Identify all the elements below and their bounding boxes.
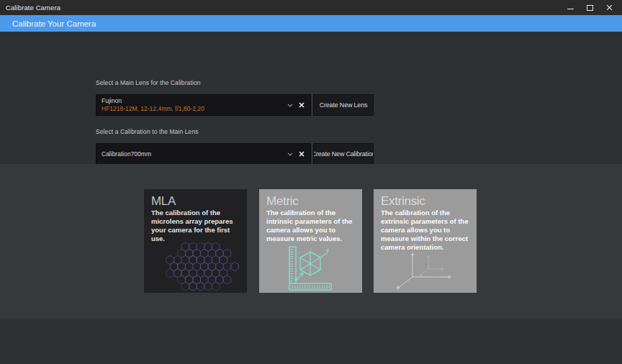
lens-selected-name: Fujinon: [102, 97, 281, 105]
create-new-calibration-button[interactable]: Create New Calibration: [313, 143, 374, 165]
titlebar: Calibrate Camera: [0, 0, 622, 15]
card-description: The calibration of the extrinsic paramet…: [381, 209, 469, 252]
card-description: The calibration of the intrinsic paramet…: [266, 209, 354, 243]
card-title: Metric: [266, 194, 355, 208]
card-title: MLA: [151, 194, 240, 208]
chevron-down-icon[interactable]: [287, 104, 293, 107]
minimize-icon: [567, 9, 574, 9]
chevron-down-icon[interactable]: [287, 153, 293, 156]
calibration-combobox[interactable]: Calibration700mm: [96, 143, 311, 165]
maximize-button[interactable]: [580, 0, 600, 15]
maximize-icon: [587, 5, 593, 11]
card-title: Extrinsic: [381, 194, 469, 208]
close-icon: [606, 4, 613, 11]
calibration-label: Select a Calibration to the Main Lens: [96, 128, 199, 135]
window-controls: [561, 0, 619, 15]
bottom-band: [0, 319, 622, 364]
lens-selected-details: HF1218-12M, 12-12,4mm, f/1,80-2,20: [102, 105, 281, 113]
minimize-button[interactable]: [561, 0, 580, 15]
clear-selection-icon[interactable]: [299, 151, 305, 157]
extrinsic-calibration-card[interactable]: Extrinsic The calibration of the extrins…: [374, 189, 477, 293]
page-title: Calibrate Your Camera: [12, 19, 96, 28]
card-description: The calibration of the microlens array p…: [151, 209, 239, 243]
form-section: Select a Main Lens for the Calibration F…: [0, 32, 622, 164]
close-button[interactable]: [600, 0, 619, 15]
page-header: Calibrate Your Camera: [0, 15, 622, 32]
calibration-selected-value: Calibration700mm: [102, 144, 281, 164]
lens-label: Select a Main Lens for the Calibration: [96, 79, 201, 86]
mla-calibration-card[interactable]: MLA The calibration of the microlens arr…: [144, 189, 247, 293]
lens-combobox[interactable]: Fujinon HF1218-12M, 12-12,4mm, f/1,80-2,…: [96, 94, 311, 116]
clear-selection-icon[interactable]: [299, 102, 305, 108]
axes-3d-icon: [393, 250, 458, 291]
create-new-lens-button[interactable]: Create New Lens: [313, 94, 374, 116]
honeycomb-icon: [165, 241, 241, 291]
calibration-cards-section: MLA The calibration of the microlens arr…: [0, 164, 622, 319]
ruler-cube-icon: [287, 246, 333, 291]
window-title: Calibrate Camera: [6, 4, 60, 12]
metric-calibration-card[interactable]: Metric The calibration of the intrinsic …: [259, 189, 362, 293]
